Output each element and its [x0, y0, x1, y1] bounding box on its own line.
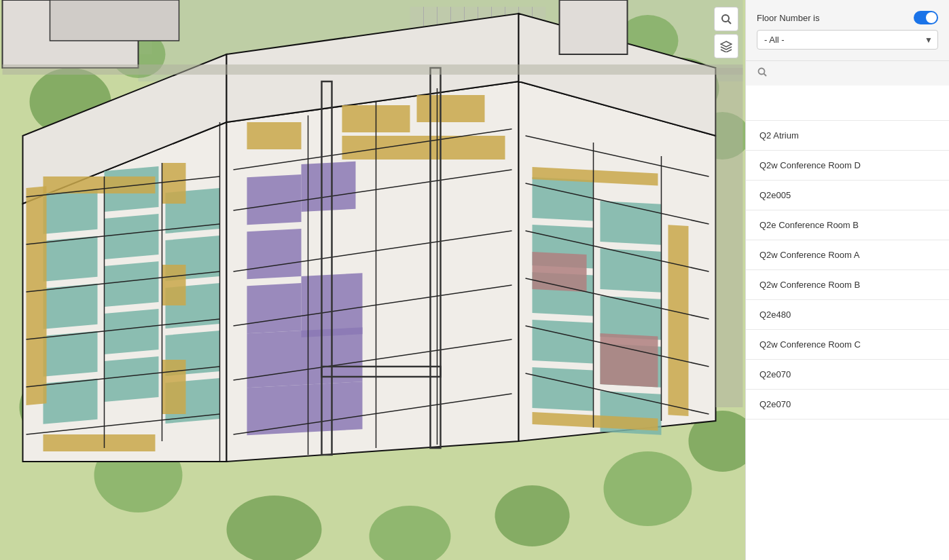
svg-rect-40 [43, 379, 98, 424]
svg-rect-70 [533, 320, 594, 364]
svg-marker-110 [560, 0, 628, 54]
svg-rect-36 [43, 284, 98, 329]
list-item[interactable]: Q2e Conference Room B [746, 210, 949, 240]
svg-rect-35 [105, 214, 159, 259]
room-list: Q2 Atrium Q2w Conference Room D Q2e005 Q… [746, 86, 949, 560]
svg-rect-63 [342, 136, 505, 160]
svg-rect-54 [247, 229, 302, 279]
map-area[interactable] [0, 0, 745, 560]
floor-select[interactable]: - All - 1 2 3 [757, 30, 938, 50]
svg-rect-50 [162, 360, 186, 414]
svg-rect-53 [247, 174, 302, 225]
svg-rect-49 [162, 265, 186, 305]
list-item[interactable]: Q2e480 [746, 300, 949, 330]
svg-rect-55 [302, 162, 356, 212]
svg-rect-74 [668, 225, 689, 416]
svg-marker-109 [50, 0, 179, 41]
svg-rect-69 [601, 296, 662, 340]
svg-rect-78 [601, 333, 658, 387]
svg-rect-48 [162, 163, 186, 204]
right-panel: Floor Number is - All - 1 2 3 ▼ Q2 Atriu… [745, 0, 949, 560]
list-item[interactable]: Q2e070 [746, 390, 949, 419]
select-wrapper: - All - 1 2 3 ▼ [757, 30, 938, 50]
list-item[interactable]: Q2e070 [746, 360, 949, 390]
svg-rect-67 [601, 248, 662, 293]
svg-point-116 [759, 69, 765, 75]
svg-rect-72 [533, 367, 594, 411]
toggle-switch[interactable] [914, 11, 938, 24]
panel-search [746, 61, 949, 86]
list-item[interactable]: Q2w Conference Room A [746, 240, 949, 270]
list-item[interactable] [746, 86, 949, 121]
svg-rect-32 [43, 189, 98, 234]
list-item[interactable]: Q2w Conference Room C [746, 330, 949, 360]
list-item[interactable]: Q2w Conference Room B [746, 270, 949, 300]
svg-rect-37 [105, 261, 159, 307]
svg-line-114 [728, 21, 731, 24]
svg-rect-34 [43, 236, 98, 282]
map-toolbar [714, 7, 738, 58]
svg-rect-59 [247, 381, 363, 435]
svg-marker-115 [721, 41, 732, 47]
svg-rect-64 [533, 177, 594, 221]
svg-point-113 [722, 15, 729, 22]
search-icon [757, 67, 768, 77]
svg-point-23 [495, 485, 570, 546]
filter-row: Floor Number is [757, 11, 938, 24]
list-item[interactable]: Q2w Conference Room D [746, 151, 949, 181]
search-button[interactable] [714, 7, 738, 31]
svg-rect-111 [3, 64, 743, 75]
svg-rect-58 [247, 327, 363, 388]
filter-label: Floor Number is [757, 13, 819, 23]
svg-rect-41 [105, 356, 159, 402]
layers-button[interactable] [714, 34, 738, 58]
svg-rect-39 [105, 309, 159, 354]
svg-point-24 [604, 451, 692, 526]
svg-line-117 [764, 74, 767, 77]
panel-header: Floor Number is - All - 1 2 3 ▼ [746, 0, 949, 61]
list-item[interactable]: Q2 Atrium [746, 121, 949, 151]
svg-rect-52 [43, 434, 156, 451]
svg-rect-112 [716, 68, 743, 407]
svg-rect-56 [247, 283, 302, 333]
svg-rect-60 [247, 122, 302, 149]
svg-rect-47 [26, 186, 47, 405]
svg-rect-38 [43, 331, 98, 377]
svg-rect-62 [417, 95, 485, 122]
svg-rect-65 [601, 201, 662, 245]
list-item[interactable]: Q2e005 [746, 181, 949, 210]
